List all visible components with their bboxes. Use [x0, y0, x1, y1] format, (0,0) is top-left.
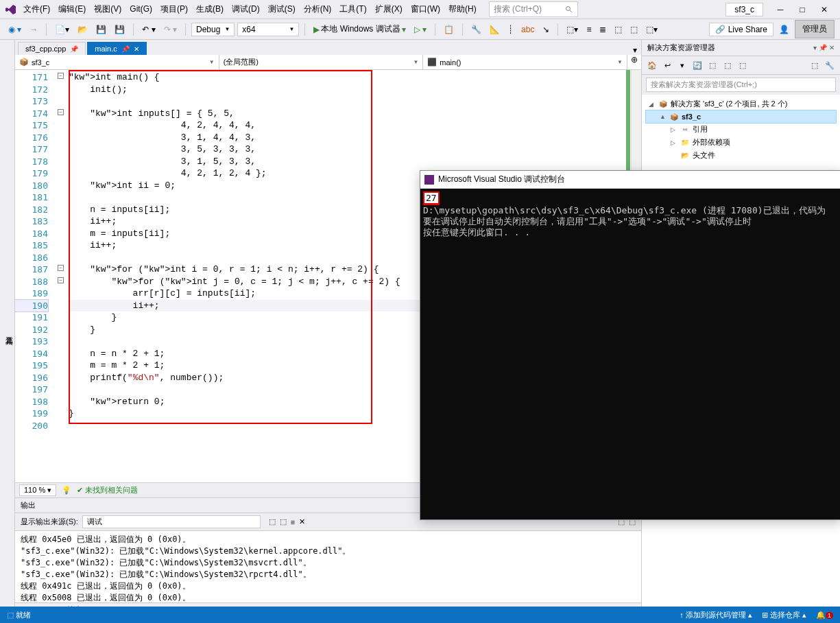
se-home-icon[interactable]: 🏠 [646, 59, 658, 71]
fold-toggle[interactable]: − [58, 73, 64, 79]
live-share-button[interactable]: 🔗 Live Share [709, 23, 773, 36]
platform-dropdown[interactable]: x64▼ [237, 23, 299, 36]
menu-调试D[interactable]: 调试(D) [228, 3, 264, 15]
status-repo[interactable]: ⊞ 选择仓库 ▴ [762, 610, 806, 620]
tb-icon-12[interactable]: ⬚▾ [643, 23, 660, 36]
open-button[interactable]: 📂 [75, 23, 91, 36]
debug-console-window[interactable]: Microsoft Visual Studio 调试控制台 27 D:\myse… [420, 170, 840, 520]
tb-icon-1[interactable]: 📋 [441, 23, 457, 36]
menu-窗口W[interactable]: 窗口(W) [407, 3, 444, 15]
nav-member-dropdown[interactable]: ⬛main()▼ [423, 55, 627, 69]
doc-tab[interactable]: main.c📌✕ [87, 42, 146, 55]
tb-icon-6[interactable]: ↘ [540, 23, 552, 36]
menu-帮助H[interactable]: 帮助(H) [444, 3, 481, 15]
menu-生成B[interactable]: 生成(B) [192, 3, 228, 15]
left-tool-strip[interactable]: 工具箱 [0, 40, 15, 618]
nav-bar: 📦sf3_c▼ (全局范围)▼ ⬛main()▼ ⊕ [15, 55, 641, 70]
pin-icon[interactable]: 📌 [70, 45, 78, 53]
save-button[interactable]: 💾 [93, 23, 109, 36]
se-btn3[interactable]: ▾ [676, 59, 688, 71]
titlebar: 文件(F)编辑(E)视图(V)Git(G)项目(P)生成(B)调试(D)测试(S… [0, 0, 840, 19]
tb-icon-11[interactable]: ⬚ [627, 23, 640, 36]
menu-文件F[interactable]: 文件(F) [19, 3, 54, 15]
tb-icon-2[interactable]: 🔧 [468, 23, 484, 36]
tree-item[interactable]: ▲📦sf3_c [646, 110, 836, 123]
new-button[interactable]: 📄▾ [52, 23, 72, 36]
se-btn6[interactable]: ⬚ [721, 59, 734, 71]
status-src-ctrl[interactable]: ↑ 添加到源代码管理 ▴ [680, 610, 752, 620]
out-btn3[interactable]: ≡ [291, 518, 295, 526]
vs-logo-icon [5, 4, 16, 15]
se-sync-icon[interactable]: 🔄 [691, 59, 704, 71]
console-body[interactable]: 27 D:\mysetup\gopath\src\dsy\sf3_c\x64\D… [420, 189, 840, 519]
out-btn2[interactable]: ⬚ [280, 517, 287, 526]
tb-icon-7[interactable]: ⬚▾ [564, 23, 581, 36]
main-toolbar: ◉ ▾ → 📄▾ 📂 💾 💾 ↶ ▾ ↷ ▾ Debug▼ x64▼ ▶ 本地 … [0, 19, 840, 40]
se-wrench-icon[interactable]: 🔧 [824, 59, 836, 71]
menu-GitG[interactable]: Git(G) [125, 3, 156, 15]
console-title: Microsoft Visual Studio 调试控制台 [438, 174, 565, 185]
minimize-button[interactable]: ─ [770, 1, 791, 18]
lightbulb-icon[interactable]: 💡 [62, 486, 71, 495]
save-all-button[interactable]: 💾 [112, 23, 128, 36]
search-icon [565, 5, 573, 14]
redo-button[interactable]: ↷ ▾ [161, 23, 180, 36]
tb-icon-4[interactable]: ┊ [505, 23, 516, 36]
tb-icon-9[interactable]: ≣ [597, 23, 609, 36]
menu-项目P[interactable]: 项目(P) [156, 3, 192, 15]
status-ready: ⬚ 就绪 [7, 610, 31, 620]
maximize-button[interactable]: □ [792, 1, 813, 18]
svg-line-1 [569, 10, 571, 12]
menu-分析N[interactable]: 分析(N) [300, 3, 336, 15]
tab-overflow-button[interactable]: ▾ [629, 45, 641, 55]
tb-icon-10[interactable]: ⬚ [612, 23, 625, 36]
nav-fwd-button[interactable]: → [27, 23, 40, 36]
se-btn7[interactable]: ⬚ [736, 59, 749, 71]
tb-icon-8[interactable]: ≡ [584, 23, 594, 36]
out-btn1[interactable]: ⬚ [269, 517, 276, 526]
menu-视图V[interactable]: 视图(V) [90, 3, 125, 15]
close-button[interactable]: ✕ [814, 1, 835, 18]
global-search-input[interactable]: 搜索 (Ctrl+Q) [489, 1, 578, 17]
tree-item[interactable]: ▷▫▫引用 [646, 123, 836, 136]
solution-root[interactable]: 解决方案 'sf3_c' (2 个项目, 共 2 个) [671, 99, 787, 109]
menu-编辑E[interactable]: 编辑(E) [54, 3, 90, 15]
menu-测试S[interactable]: 测试(S) [264, 3, 300, 15]
se-btn5[interactable]: ⬚ [706, 59, 719, 71]
doc-tab[interactable]: sf3_cpp.cpp📌 [18, 42, 86, 55]
fold-toggle[interactable]: − [58, 109, 64, 115]
svg-point-0 [566, 6, 570, 10]
nav-scope-dropdown[interactable]: (全局范围)▼ [219, 55, 424, 69]
se-back-icon[interactable]: ↩ [661, 59, 673, 71]
output-source-dropdown[interactable]: 调试 [82, 515, 261, 528]
fold-toggle[interactable]: − [58, 265, 64, 271]
feedback-button[interactable]: 👤 [776, 23, 792, 36]
out-btn4[interactable]: ✕ [299, 517, 305, 526]
close-tab-icon[interactable]: ✕ [134, 45, 139, 53]
issues-status: ✔ 未找到相关问题 [77, 485, 138, 495]
undo-button[interactable]: ↶ ▾ [139, 23, 158, 36]
menu-工具T[interactable]: 工具(T) [335, 3, 370, 15]
nav-project-dropdown[interactable]: 📦sf3_c▼ [15, 55, 219, 69]
project-name-label: sf3_c [725, 3, 763, 16]
output-source-label: 显示输出来源(S): [21, 517, 78, 527]
start-debug-button[interactable]: ▶ 本地 Windows 调试器 ▾ [311, 22, 408, 36]
zoom-dropdown[interactable]: 110 % ▾ [19, 484, 56, 496]
config-dropdown[interactable]: Debug▼ [191, 23, 235, 36]
pin-icon[interactable]: 📌 [121, 45, 130, 53]
nav-back-button[interactable]: ◉ ▾ [5, 23, 24, 36]
doc-tabs: sf3_cpp.cpp📌main.c📌✕ ▾ [15, 40, 641, 55]
menu-扩展X[interactable]: 扩展(X) [371, 3, 407, 15]
tree-item[interactable]: ▷📁外部依赖项 [646, 136, 836, 149]
console-titlebar[interactable]: Microsoft Visual Studio 调试控制台 [420, 171, 840, 189]
se-btn8[interactable]: ⬚ [808, 59, 821, 71]
status-bell-icon[interactable]: 🔔1 [816, 611, 833, 620]
solution-search-input[interactable]: 搜索解决方案资源管理器(Ctrl+;) [646, 78, 836, 92]
fold-toggle[interactable]: − [58, 277, 64, 283]
split-button[interactable]: ⊕ [627, 55, 641, 69]
start-nodebug-button[interactable]: ▷ ▾ [411, 23, 429, 36]
tree-item[interactable]: 📂头文件 [646, 149, 836, 162]
tb-icon-5[interactable]: abc [518, 23, 537, 36]
tb-icon-3[interactable]: 📐 [487, 23, 503, 36]
output-text[interactable]: 线程 0x45e0 已退出，返回值为 0 (0x0)。 "sf3_c.exe"(… [15, 531, 641, 602]
